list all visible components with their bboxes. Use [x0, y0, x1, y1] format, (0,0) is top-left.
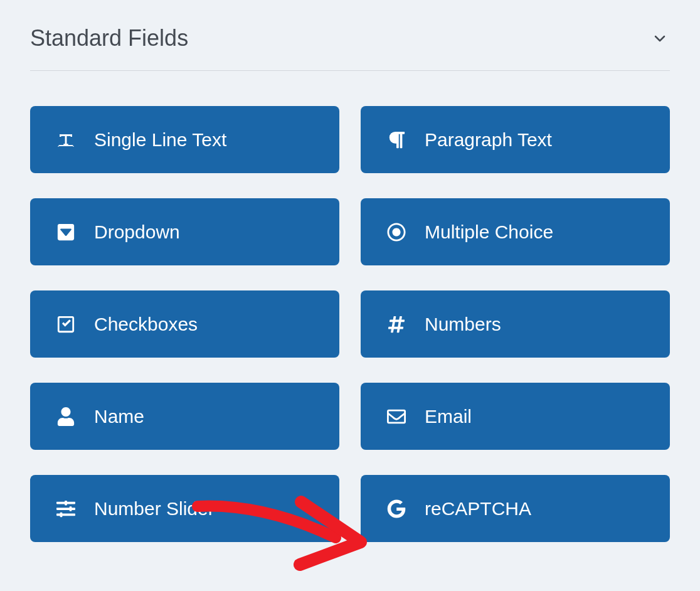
envelope-icon: [386, 406, 407, 427]
section-title: Standard Fields: [30, 25, 188, 51]
section-header: Standard Fields: [30, 13, 670, 70]
hash-icon: [386, 314, 407, 335]
svg-rect-0: [59, 145, 73, 146]
dropdown-icon: [55, 221, 77, 243]
field-label: Checkboxes: [94, 314, 198, 335]
field-recaptcha[interactable]: reCAPTCHA: [361, 475, 670, 542]
google-icon: [386, 498, 407, 519]
field-numbers[interactable]: Numbers: [361, 290, 670, 358]
field-name[interactable]: Name: [30, 383, 339, 450]
field-label: Number Slider: [94, 498, 215, 519]
svg-marker-2: [73, 145, 74, 146]
paragraph-icon: [386, 129, 407, 151]
field-dropdown[interactable]: Dropdown: [30, 198, 339, 265]
field-number-slider[interactable]: Number Slider: [30, 475, 339, 542]
field-label: Dropdown: [94, 221, 180, 243]
field-multiple-choice[interactable]: Multiple Choice: [361, 198, 670, 265]
svg-marker-1: [58, 145, 59, 146]
sliders-icon: [55, 498, 77, 519]
checkbox-icon: [55, 314, 77, 335]
field-paragraph-text[interactable]: Paragraph Text: [361, 106, 670, 173]
field-checkboxes[interactable]: Checkboxes: [30, 290, 339, 358]
field-single-line-text[interactable]: Single Line Text: [30, 106, 339, 173]
field-label: reCAPTCHA: [425, 498, 531, 519]
chevron-down-icon: [652, 31, 667, 46]
field-label: Multiple Choice: [425, 221, 553, 243]
collapse-toggle[interactable]: [650, 28, 670, 48]
field-label: Email: [425, 406, 472, 427]
field-email[interactable]: Email: [361, 383, 670, 450]
fields-grid: Single Line Text Paragraph Text Dropdown…: [30, 106, 670, 542]
field-label: Paragraph Text: [425, 129, 552, 151]
text-icon: [55, 129, 77, 151]
field-label: Numbers: [425, 314, 501, 335]
radio-icon: [386, 221, 407, 243]
field-label: Name: [94, 406, 144, 427]
divider: [30, 70, 670, 71]
person-icon: [55, 406, 77, 427]
field-label: Single Line Text: [94, 129, 226, 151]
